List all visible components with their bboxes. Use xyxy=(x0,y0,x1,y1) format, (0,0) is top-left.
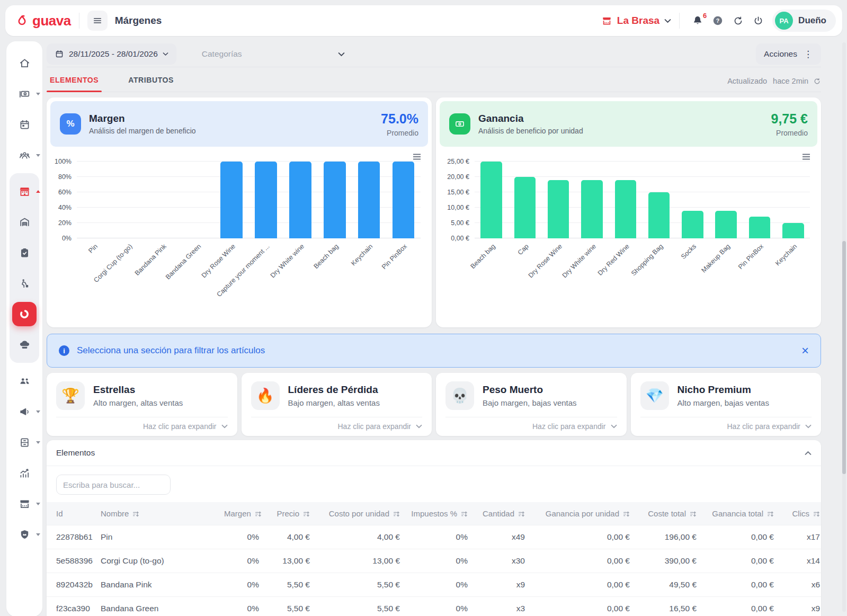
tabs-bar: ELEMENTOS ATRIBUTOS Actualizado hace 2mi… xyxy=(47,67,821,92)
column-header-cantidad[interactable]: Cantidad xyxy=(473,502,530,525)
chart-menu-icon[interactable] xyxy=(413,154,421,160)
column-header-clics[interactable]: Clics xyxy=(779,502,821,525)
y-tick-label: 60% xyxy=(58,189,72,196)
sidebar-item-tasks[interactable] xyxy=(12,239,37,266)
sidebar-item-restaurant[interactable] xyxy=(12,178,37,204)
chevron-down-icon xyxy=(611,424,617,428)
expand-label: Haz clic para expandir xyxy=(532,422,606,431)
sidebar-item-stats[interactable] xyxy=(12,460,37,486)
quadrant-lideres-perdida[interactable]: 🔥 Líderes de Pérdida Bajo margen, altas … xyxy=(242,373,432,436)
y-tick-label: 80% xyxy=(58,173,72,181)
sidebar-expanded-group xyxy=(10,173,39,363)
quadrant-title: Peso Muerto xyxy=(483,384,577,396)
table-cell: 0,00 € xyxy=(702,525,779,549)
sort-icon xyxy=(255,511,262,517)
table-cell: x9 xyxy=(779,597,821,616)
delivery-icon xyxy=(19,278,31,290)
column-header-precio[interactable]: Precio xyxy=(264,502,315,525)
table-row[interactable]: 5e588396Corgi Cup (to-go)0%13,00 €13,00 … xyxy=(47,549,821,573)
chevron-down-icon xyxy=(36,93,40,95)
column-header-margen[interactable]: Margen xyxy=(219,502,264,525)
bar-cap xyxy=(514,177,536,238)
refresh-icon[interactable] xyxy=(728,11,748,31)
item-id-link[interactable]: 22878b61 xyxy=(47,525,95,549)
value-caption: Promedio xyxy=(771,129,808,137)
sidebar-item-marketing[interactable] xyxy=(12,398,37,425)
sidebar-item-customers[interactable] xyxy=(12,142,37,168)
column-header-impuestos-[interactable]: Impuestos % xyxy=(405,502,473,525)
location-selector[interactable]: La Brasa xyxy=(601,15,671,26)
sidebar-item-margins-donut[interactable] xyxy=(12,301,37,327)
card-subtitle: Análisis de beneficio por unidad xyxy=(478,127,583,135)
table-cell: x30 xyxy=(473,549,530,573)
profit-chart-card: Ganancia Análisis de beneficio por unida… xyxy=(436,97,821,327)
x-tick-label: Socks xyxy=(680,243,698,261)
menu-hamburger-icon[interactable] xyxy=(87,11,108,31)
bar-dry-rose-wine xyxy=(548,180,569,238)
sidebar-item-rooms[interactable] xyxy=(12,209,37,235)
rooms-icon xyxy=(19,216,31,228)
refresh-small-icon[interactable] xyxy=(813,77,821,85)
chevron-down-icon xyxy=(163,52,168,56)
x-tick-label: Keychain xyxy=(350,243,374,267)
close-icon[interactable]: × xyxy=(801,344,809,357)
scrollbar-thumb[interactable] xyxy=(842,241,846,474)
user-menu[interactable]: PA Dueño xyxy=(772,10,836,32)
sidebar-item-delivery[interactable] xyxy=(12,270,37,297)
value-caption: Promedio xyxy=(381,129,418,137)
sidebar-item-admin-shield[interactable] xyxy=(12,521,37,548)
help-icon[interactable]: ? xyxy=(708,11,728,31)
sidebar-item-payments[interactable] xyxy=(12,81,37,107)
column-header-ganancia-por-unidad[interactable]: Ganancia por unidad xyxy=(530,502,635,525)
tab-atributos[interactable]: ATRIBUTOS xyxy=(125,76,177,92)
margins-donut-icon xyxy=(12,302,37,326)
column-header-coste-total[interactable]: Coste total xyxy=(635,502,702,525)
sidebar-item-store[interactable] xyxy=(12,490,37,517)
sidebar-item-calendar[interactable] xyxy=(12,111,37,138)
kebab-menu-icon: ⋮ xyxy=(804,49,813,60)
table-row[interactable]: 22878b61Pin0%4,00 €4,00 €0%x490,00 €196,… xyxy=(47,525,821,549)
payments-icon xyxy=(19,88,31,100)
table-cell: x3 xyxy=(473,597,530,616)
quadrant-estrellas[interactable]: 🏆 Estrellas Alto margen, altas ventas Ha… xyxy=(47,373,237,436)
date-range-picker[interactable]: 28/11/2025 - 28/01/2026 xyxy=(47,43,176,65)
actions-label: Acciones xyxy=(764,49,797,59)
sidebar-item-inventory[interactable] xyxy=(12,429,37,456)
power-icon[interactable] xyxy=(748,11,768,31)
quadrant-peso-muerto[interactable]: 💀 Peso Muerto Bajo margen, bajas ventas … xyxy=(436,373,627,436)
column-header-costo-por-unidad[interactable]: Costo por unidad xyxy=(315,502,405,525)
item-id-link[interactable]: 5e588396 xyxy=(47,549,95,573)
tasks-icon xyxy=(19,247,31,259)
item-id-link[interactable]: f23ca390 xyxy=(47,597,95,616)
updated-label: Actualizado xyxy=(727,77,767,85)
bar-beach-bag xyxy=(324,162,346,238)
guava-logo[interactable]: guava xyxy=(15,13,71,29)
table-row[interactable]: f23ca390Bandana Green0%5,50 €5,50 €0%x30… xyxy=(47,597,821,616)
item-id-link[interactable]: 8920432b xyxy=(47,573,95,597)
categories-select[interactable]: Categorías xyxy=(202,49,345,59)
chevron-down-icon xyxy=(36,533,40,536)
filters-toolbar: 28/11/2025 - 28/01/2026 Categorías Accio… xyxy=(47,41,821,67)
sidebar-item-home[interactable] xyxy=(12,50,37,76)
quadrant-nicho-premium[interactable]: 💎 Nicho Premium Alto margen, bajas venta… xyxy=(631,373,822,436)
marketing-icon xyxy=(19,406,31,418)
card-title: Ganancia xyxy=(478,113,583,125)
x-tick-label: Beach bag xyxy=(469,243,496,270)
y-tick-label: 20,00 € xyxy=(447,173,469,181)
column-header-ganancia-total[interactable]: Ganancia total xyxy=(702,502,779,525)
x-tick-label: Keychain xyxy=(774,243,798,267)
expand-label: Haz clic para expandir xyxy=(143,422,217,431)
chevron-up-icon[interactable] xyxy=(805,451,812,456)
trophy-icon: 🏆 xyxy=(56,381,85,410)
table-row[interactable]: 8920432bBandana Pink0%5,50 €5,50 €0%x90,… xyxy=(47,573,821,597)
chart-menu-icon[interactable] xyxy=(802,154,810,160)
search-input[interactable] xyxy=(56,475,171,495)
actions-button[interactable]: Acciones ⋮ xyxy=(756,43,821,65)
notifications-bell-icon[interactable]: 6 xyxy=(688,11,708,31)
column-header-nombre[interactable]: Nombre xyxy=(95,502,219,525)
inventory-icon xyxy=(19,436,31,449)
bar-dry-red-wine xyxy=(615,180,637,238)
tab-elementos[interactable]: ELEMENTOS xyxy=(47,76,102,92)
sidebar-item-chef-hat[interactable] xyxy=(12,332,37,358)
sidebar-item-staff[interactable] xyxy=(12,368,37,394)
